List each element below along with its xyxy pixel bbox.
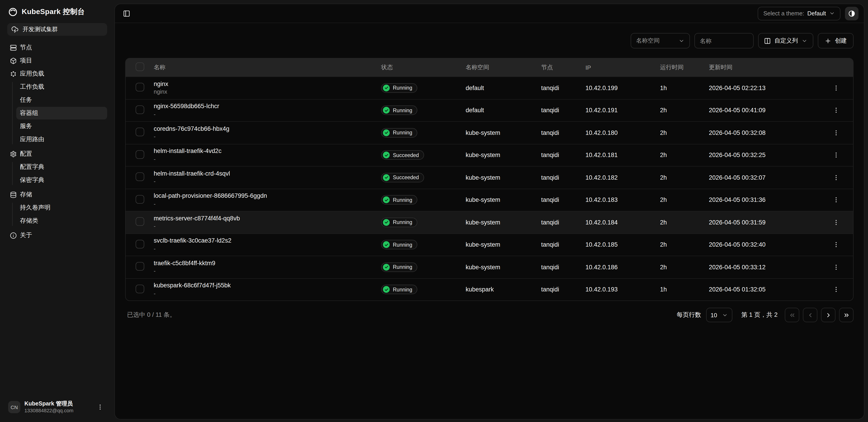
row-actions-button[interactable] [830, 216, 842, 229]
namespace-cell: kube-system [466, 152, 541, 159]
age-cell: 1h [660, 286, 709, 293]
sidebar-item-secrets[interactable]: 保密字典 [16, 174, 107, 187]
row-checkbox[interactable] [135, 128, 144, 136]
row-checkbox[interactable] [135, 240, 144, 249]
row-checkbox[interactable] [135, 218, 144, 226]
namespace-cell: kube-system [466, 264, 541, 271]
row-actions-button[interactable] [830, 82, 842, 94]
age-cell: 2h [660, 197, 709, 203]
row-actions-button[interactable] [830, 238, 842, 251]
sidebar-item-routes[interactable]: 应用路由 [16, 133, 107, 146]
row-checkbox[interactable] [135, 173, 144, 181]
theme-select[interactable]: Select a theme: Default [758, 6, 840, 20]
chevron-down-icon [679, 38, 684, 44]
ip-cell: 10.42.0.180 [585, 130, 660, 136]
sidebar-item-nodes[interactable]: 节点 [7, 41, 107, 54]
sidebar-item-jobs[interactable]: 任务 [16, 94, 107, 106]
table-row: local-path-provisioner-8686667995-6ggdn-… [126, 189, 853, 211]
name-filter-input[interactable] [694, 33, 754, 49]
pod-name: nginx [154, 80, 381, 88]
sidebar-item-deployments[interactable]: 工作负载 [16, 81, 107, 93]
sidebar-item-about[interactable]: 关于 [7, 229, 107, 242]
pod-name-cell[interactable]: metrics-server-c8774f4f4-qq8vb- [154, 215, 381, 230]
theme-toggle-button[interactable] [845, 6, 859, 20]
cloud-lightning-icon [11, 26, 19, 33]
sidebar-item-configmaps[interactable]: 配置字典 [16, 161, 107, 173]
pod-name-cell[interactable]: traefik-c5c8bf4ff-kktm9- [154, 259, 381, 275]
row-actions-button[interactable] [830, 149, 842, 162]
row-actions-button[interactable] [830, 261, 842, 274]
create-button[interactable]: 创建 [818, 33, 854, 49]
sidebar-item-workloads[interactable]: 应用负载 [7, 67, 107, 80]
row-checkbox[interactable] [135, 83, 144, 92]
sidebar-item-services[interactable]: 服务 [16, 120, 107, 133]
last-page-button[interactable] [839, 308, 854, 322]
user-menu[interactable]: CN KubeSpark 管理员 1330884822@qq.com [7, 399, 107, 416]
pod-name-cell[interactable]: nginxnginx [154, 80, 381, 96]
table-footer: 已选中 0 / 11 条。 每页行数 10 第 1 页，共 2 [125, 308, 854, 322]
table-row: coredns-76c974cb66-hbx4g-Runningkube-sys… [126, 121, 853, 144]
namespace-cell: kube-system [466, 197, 541, 203]
updated-cell: 2026-04-05 00:32:07 [709, 174, 830, 181]
page-info: 第 1 页，共 2 [741, 311, 778, 319]
row-checkbox[interactable] [135, 285, 144, 293]
sidebar-item-pvc[interactable]: 持久卷声明 [16, 201, 107, 214]
node-cell: tanqidi [541, 242, 585, 248]
pod-name-cell[interactable]: local-path-provisioner-8686667995-6ggdn- [154, 192, 381, 208]
prev-page-button[interactable] [803, 308, 817, 322]
cluster-switcher[interactable]: 开发测试集群 [7, 23, 107, 36]
row-actions-button[interactable] [830, 104, 842, 117]
pod-name-cell[interactable]: kubespark-68c6f7d47f-j55bk- [154, 282, 381, 298]
panel-left-icon [123, 10, 130, 17]
pod-name-cell[interactable]: svclb-traefik-3c0cae37-ld2s2- [154, 237, 381, 253]
row-checkbox[interactable] [135, 150, 144, 159]
rows-per-page-select[interactable]: 10 [706, 308, 732, 322]
first-page-button[interactable] [785, 308, 799, 322]
row-checkbox[interactable] [135, 195, 144, 204]
row-checkbox[interactable] [135, 262, 144, 271]
status-badge: Running [381, 240, 417, 250]
pod-name: svclb-traefik-3c0cae37-ld2s2 [154, 237, 381, 245]
customize-columns-button[interactable]: 自定义列 [758, 33, 813, 49]
namespace-select[interactable]: 名称空间 [631, 33, 690, 49]
node-cell: tanqidi [541, 219, 585, 226]
sidebar-item-pods[interactable]: 容器组 [16, 107, 107, 119]
sidebar-toggle-button[interactable] [120, 7, 133, 20]
pods-page: 名称空间 自定义列 创建 名称 状态 [115, 23, 864, 419]
updated-cell: 2026-04-05 00:41:09 [709, 107, 830, 114]
updated-cell: 2026-04-05 01:32:05 [709, 286, 830, 293]
sidebar-item-label: 任务 [20, 96, 32, 104]
select-all-checkbox[interactable] [135, 62, 144, 71]
sidebar-item-storage[interactable]: 存储 [7, 188, 107, 201]
theme-select-value: Default [807, 10, 826, 17]
sidebar-item-label: 配置字典 [20, 163, 44, 171]
sidebar-item-storageclass[interactable]: 存储类 [16, 215, 107, 227]
pod-subtitle: - [154, 133, 381, 141]
cluster-name: 开发测试集群 [23, 25, 58, 33]
pod-name-cell[interactable]: helm-install-traefik-crd-4sqvl- [154, 170, 381, 186]
top-bar: Select a theme: Default [115, 4, 864, 23]
ip-cell: 10.42.0.191 [585, 107, 660, 114]
app-logo: KubeSpark 控制台 [7, 6, 107, 23]
row-checkbox[interactable] [135, 106, 144, 114]
sidebar-group-storage: 持久卷声明存储类 [7, 201, 107, 227]
kebab-icon [833, 286, 839, 293]
age-cell: 2h [660, 152, 709, 159]
row-actions-button[interactable] [830, 171, 842, 184]
sidebar-item-config[interactable]: 配置 [7, 147, 107, 160]
pod-name-cell[interactable]: nginx-56598db665-lchcr- [154, 103, 381, 118]
next-page-button[interactable] [821, 308, 835, 322]
row-actions-button[interactable] [830, 194, 842, 206]
row-actions-button[interactable] [830, 283, 842, 296]
user-menu-button[interactable] [94, 401, 106, 414]
info-icon [10, 232, 17, 239]
pod-name-cell[interactable]: helm-install-traefik-4vd2c- [154, 147, 381, 163]
ip-cell: 10.42.0.199 [585, 85, 660, 91]
pod-name-cell[interactable]: coredns-76c974cb66-hbx4g- [154, 125, 381, 141]
sidebar-item-label: 节点 [20, 44, 32, 52]
chevron-down-icon [829, 10, 835, 16]
database-icon [10, 191, 17, 198]
sidebar-item-projects[interactable]: 项目 [7, 54, 107, 67]
row-actions-button[interactable] [830, 126, 842, 139]
pod-name: local-path-provisioner-8686667995-6ggdn [154, 192, 381, 200]
